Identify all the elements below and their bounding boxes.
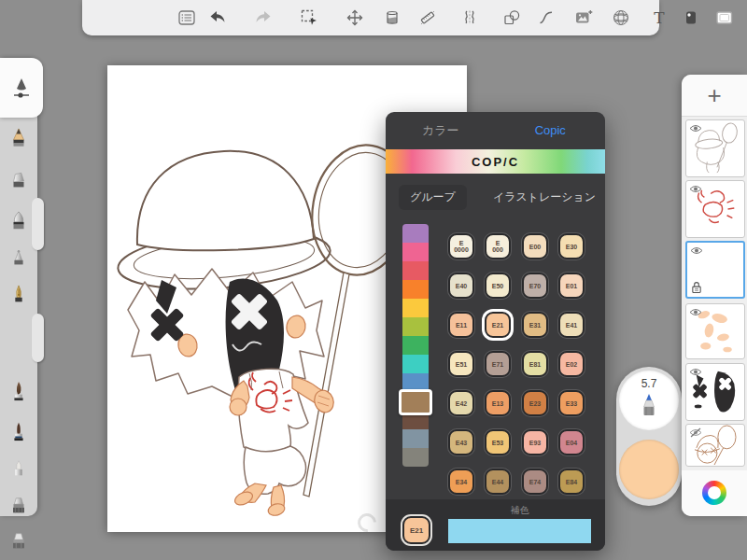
layer-lineart[interactable] — [685, 119, 745, 177]
current-color-button[interactable] — [619, 440, 679, 499]
copic-swatch[interactable]: E30 — [558, 233, 585, 259]
tool-eraser[interactable] — [0, 162, 37, 200]
copic-swatch[interactable]: E42 — [448, 390, 474, 416]
tool-flat-marker-2[interactable] — [0, 523, 37, 560]
add-layer-button[interactable]: + — [682, 75, 747, 117]
tool-sidebar — [0, 58, 37, 516]
copic-swatch[interactable]: E 000 — [485, 233, 511, 259]
fill-jar-icon[interactable] — [382, 7, 402, 28]
tool-paint-brush[interactable] — [0, 372, 37, 410]
hue-strip-swatch-selected[interactable] — [399, 389, 432, 415]
group-button[interactable]: グループ — [399, 185, 467, 210]
tool-settings[interactable] — [0, 58, 43, 118]
hue-strip-swatch[interactable] — [402, 448, 429, 467]
svg-text:T: T — [654, 8, 665, 27]
visibility-eye-icon[interactable] — [689, 307, 702, 317]
frame-icon[interactable] — [714, 7, 735, 28]
layer-red-sketch[interactable] — [685, 180, 745, 238]
shapes-icon[interactable] — [501, 7, 522, 28]
tab-copic[interactable]: Copic — [496, 112, 606, 149]
copic-swatch-selected[interactable]: E21 — [485, 312, 511, 338]
copic-swatch[interactable]: E00 — [522, 233, 548, 259]
copic-swatch[interactable]: E81 — [522, 351, 548, 377]
hue-strip-swatch[interactable] — [402, 280, 429, 299]
copic-swatch[interactable]: E44 — [485, 469, 511, 495]
top-toolbar: T — [82, 0, 659, 35]
tool-detail-brush[interactable] — [0, 413, 37, 450]
hue-strip-swatch[interactable] — [402, 336, 429, 355]
layer-skin[interactable] — [685, 303, 745, 359]
visibility-eye-icon[interactable] — [689, 367, 702, 377]
copic-swatch[interactable]: E33 — [558, 390, 585, 416]
copic-swatch[interactable]: E34 — [448, 469, 474, 495]
copic-color-panel: カラー Copic COP/C グループ イラストレーション E 0000 E … — [386, 112, 605, 551]
marker-tip-icon — [640, 393, 658, 419]
layer-rough-sketch[interactable] — [685, 424, 745, 467]
hue-strip-swatch[interactable] — [402, 317, 429, 336]
layers-panel: + — [682, 75, 747, 516]
copic-swatch[interactable]: E31 — [522, 312, 548, 338]
copic-swatch[interactable]: E93 — [522, 429, 548, 455]
layer-current-selected[interactable] — [685, 241, 745, 299]
visibility-eye-icon[interactable] — [689, 184, 702, 194]
copic-swatch[interactable]: E51 — [448, 351, 474, 377]
tab-color[interactable]: カラー — [386, 112, 496, 149]
drawer-handle-bottom[interactable] — [32, 314, 44, 362]
tool-pencil[interactable] — [0, 119, 37, 157]
copic-swatch[interactable]: E01 — [558, 273, 585, 299]
copic-swatch[interactable]: E04 — [558, 429, 585, 455]
tool-flat-marker[interactable] — [0, 487, 37, 525]
text-tool-icon[interactable]: T — [649, 7, 669, 28]
tool-pastel[interactable] — [0, 450, 37, 487]
hue-strip-swatch[interactable] — [402, 243, 429, 261]
visibility-eye-icon[interactable] — [690, 245, 703, 256]
copic-tab-bar: カラー Copic — [386, 112, 605, 150]
copic-footer: E21 補色 — [386, 499, 605, 551]
copic-rainbow-banner: COP/C — [386, 149, 605, 174]
visibility-hidden-eye-icon[interactable] — [689, 427, 702, 438]
drawer-handle-top[interactable] — [32, 198, 44, 250]
complement-color-bar[interactable] — [448, 519, 591, 543]
copic-swatch[interactable]: E71 — [485, 351, 511, 377]
brush-size-button[interactable]: 5.7 — [619, 371, 679, 430]
copic-swatch[interactable]: E23 — [522, 390, 548, 416]
copic-swatch[interactable]: E02 — [558, 351, 585, 377]
brush-size-value: 5.7 — [619, 377, 679, 390]
curve-icon[interactable] — [536, 7, 557, 28]
hue-strip-swatch[interactable] — [402, 355, 429, 373]
marquee-select-icon[interactable] — [299, 7, 319, 28]
ruler-icon[interactable] — [417, 7, 438, 28]
brush-widget: 5.7 — [616, 367, 682, 506]
visibility-eye-icon[interactable] — [689, 123, 702, 133]
redo-icon[interactable] — [253, 7, 274, 28]
hue-strip-swatch[interactable] — [402, 261, 429, 280]
copic-swatch[interactable]: E 0000 — [448, 233, 474, 259]
symmetry-icon[interactable] — [459, 7, 480, 28]
hue-strip-swatch[interactable] — [402, 299, 429, 317]
copic-swatch[interactable]: E11 — [448, 312, 474, 338]
import-image-icon[interactable] — [573, 7, 594, 28]
copic-swatch[interactable]: E43 — [448, 429, 474, 455]
copic-swatch[interactable]: E50 — [485, 273, 511, 299]
copic-swatch[interactable]: E41 — [558, 312, 585, 338]
copic-swatch[interactable]: E84 — [558, 469, 585, 495]
hue-strip-swatch[interactable] — [402, 224, 429, 243]
copic-swatch[interactable]: E13 — [485, 390, 511, 416]
collection-label[interactable]: イラストレーション — [488, 189, 600, 205]
hat-dome — [137, 151, 314, 250]
tool-fountain-pen[interactable] — [0, 276, 37, 314]
hue-strip-swatch[interactable] — [402, 429, 429, 448]
layer-mask[interactable] — [685, 363, 745, 421]
swatch-icon[interactable] — [681, 7, 701, 28]
menu-list-icon[interactable] — [176, 7, 197, 28]
copic-swatch[interactable]: E53 — [485, 429, 511, 455]
copic-swatch[interactable]: E40 — [448, 273, 474, 299]
undo-icon[interactable] — [207, 7, 228, 28]
copic-swatch[interactable]: E70 — [522, 273, 548, 299]
color-wheel-button[interactable] — [702, 481, 726, 505]
current-color-swatch[interactable]: E21 — [402, 516, 430, 544]
copic-swatch[interactable]: E74 — [522, 469, 548, 495]
perspective-grid-icon[interactable] — [611, 7, 631, 28]
move-icon[interactable] — [345, 7, 365, 28]
lock-icon[interactable] — [691, 281, 702, 294]
